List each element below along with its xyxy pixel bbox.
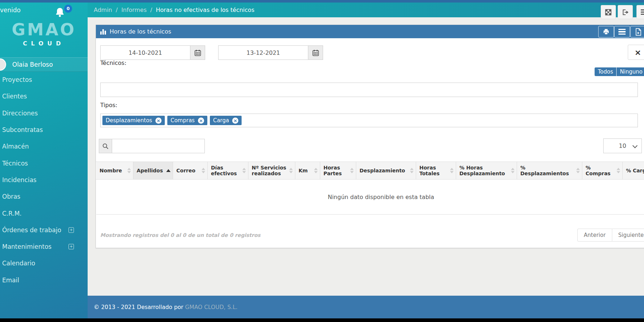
tipos-multiselect[interactable]: Desplazamientos × Compras × Carga × — [100, 114, 638, 127]
column-horas-partes[interactable]: Horas Partes — [320, 162, 356, 180]
sort-icon — [242, 168, 246, 173]
sidebar-item-proyectos[interactable]: Proyectos — [0, 71, 88, 88]
column-nombre[interactable]: Nombre — [96, 162, 133, 180]
remove-tag-icon[interactable]: × — [198, 118, 204, 124]
column-horas-totales[interactable]: Horas Totales — [416, 162, 456, 180]
panel-header: Horas de los técnicos x — [96, 25, 644, 38]
search-input[interactable] — [112, 139, 205, 153]
sidebar-item-label: Almacén — [2, 143, 29, 150]
expand-plus-icon[interactable]: + — [69, 244, 74, 250]
date-to-input[interactable] — [218, 45, 308, 60]
sidebar-item-label: Obras — [2, 193, 20, 200]
sidebar-item-label: Clientes — [2, 93, 27, 100]
column-list-button[interactable] — [614, 26, 630, 38]
sort-icon — [314, 168, 318, 173]
user-name: Olaia Berloso — [12, 61, 53, 68]
top-accent-strip — [0, 0, 644, 3]
sort-icon — [617, 168, 620, 173]
sidebar-item-tecnicos[interactable]: Técnicos — [0, 155, 88, 171]
column-pct-compras[interactable]: % Compras — [582, 162, 623, 180]
print-button[interactable] — [598, 26, 614, 38]
breadcrumb-separator: / — [116, 6, 118, 13]
logout-button[interactable] — [618, 5, 633, 19]
tag-label: Carga — [213, 117, 229, 124]
date-from-calendar-button[interactable] — [190, 45, 205, 60]
date-to-calendar-button[interactable] — [308, 45, 323, 60]
column-dias-efectivos[interactable]: Días efectivos — [208, 162, 248, 180]
calendar-icon — [194, 49, 201, 56]
select-all-button[interactable]: Todos — [595, 67, 616, 76]
sort-icon — [410, 168, 414, 173]
sort-icon — [127, 168, 131, 173]
sidebar-item-label: Mantenimientos — [2, 243, 52, 250]
export-excel-button[interactable]: x — [630, 26, 644, 38]
sidebar-item-label: C.R.M. — [2, 210, 22, 217]
column-pct-carga[interactable]: % Carga — [623, 162, 644, 180]
fullscreen-button[interactable] — [601, 5, 616, 19]
sidebar-item-crm[interactable]: C.R.M. — [0, 205, 88, 221]
calendar-icon — [312, 49, 319, 56]
tag-carga: Carga × — [210, 116, 242, 125]
sidebar-item-ordenes-de-trabajo[interactable]: Órdenes de trabajo+ — [0, 222, 88, 238]
sidebar-item-clientes[interactable]: Clientes — [0, 88, 88, 105]
copyright-text: © 2013 - 2021 Desarrollado por GMAO CLOU… — [94, 304, 238, 310]
sidebar-item-label: Calendario — [2, 260, 35, 267]
sidebar-item-mantenimientos[interactable]: Mantenimientos+ — [0, 238, 88, 255]
sort-icon — [450, 168, 454, 173]
date-from-group — [100, 45, 205, 60]
logo-subtext: CLOUD — [0, 40, 88, 47]
sidebar-item-label: Técnicos — [2, 160, 28, 167]
breadcrumb-informes[interactable]: Informes — [121, 6, 146, 13]
menu-button[interactable] — [636, 5, 644, 19]
column-apellidos[interactable]: Apellidos — [133, 162, 173, 180]
clear-filters-button[interactable]: × — [628, 45, 644, 60]
sidebar-item-label: Direcciones — [2, 110, 38, 117]
sidebar-item-label: Proyectos — [2, 76, 32, 83]
sidebar-item-incidencias[interactable]: Incidencias — [0, 172, 88, 188]
gmao-cloud-link[interactable]: GMAO CLOUD, S.L. — [185, 304, 237, 310]
table-search-group — [99, 139, 205, 153]
sidebar-item-label: Órdenes de trabajo — [2, 226, 61, 234]
panel-title: Horas de los técnicos — [110, 28, 171, 35]
sign-out-icon — [622, 9, 629, 16]
sidebar-item-subcontratas[interactable]: Subcontratas — [0, 122, 88, 138]
expand-plus-icon[interactable]: + — [69, 227, 74, 233]
sidebar-item-calendario[interactable]: Calendario — [0, 255, 88, 272]
search-icon — [102, 143, 109, 150]
sort-icon — [350, 168, 354, 173]
breadcrumb-admin[interactable]: Admin — [94, 6, 112, 13]
breadcrumb-separator: / — [150, 6, 152, 13]
tecnicos-label: Técnicos: — [100, 59, 127, 66]
column-pct-desplazamientos[interactable]: % Desplazamientos — [517, 162, 582, 180]
sidebar-item-direcciones[interactable]: Direcciones — [0, 105, 88, 122]
column-servicios-realizados[interactable]: Nº Servicios realizados — [248, 162, 295, 180]
bottom-black-bar — [0, 318, 644, 322]
previous-page-button[interactable]: Anterior — [577, 229, 612, 242]
sidebar-item-almacen[interactable]: Almacén — [0, 138, 88, 155]
select-none-button[interactable]: Ninguno — [617, 67, 644, 76]
column-km[interactable]: Km — [295, 162, 320, 180]
page-size-select[interactable]: 10 — [603, 138, 642, 153]
copyright-label: © 2013 - 2021 Desarrollado por — [94, 304, 183, 310]
remove-tag-icon[interactable]: × — [155, 118, 162, 124]
list-icon — [618, 28, 626, 36]
sidebar-item-label: Email — [2, 277, 19, 284]
next-page-button[interactable]: Siguiente — [612, 229, 644, 242]
sort-asc-icon — [166, 169, 171, 172]
sidebar-item-email[interactable]: Email — [0, 272, 88, 288]
column-desplazamiento[interactable]: Desplazamiento — [356, 162, 416, 180]
sidebar: venido 0 GMAO CLOUD Olaia Berloso Proyec… — [0, 3, 88, 318]
current-user[interactable]: Olaia Berloso — [0, 57, 88, 72]
page-size-value: 10 — [619, 142, 626, 149]
date-from-input[interactable] — [100, 45, 190, 60]
close-icon: × — [635, 48, 641, 57]
column-correo[interactable]: Correo — [173, 162, 208, 180]
pagination: Anterior Siguiente — [577, 229, 644, 242]
top-header: Admin / Informes / Horas no efectivas de… — [88, 3, 644, 17]
remove-tag-icon[interactable]: × — [232, 118, 238, 124]
tecnicos-select-buttons: Todos Ninguno — [595, 67, 644, 76]
tecnicos-multiselect[interactable] — [100, 83, 638, 97]
column-pct-horas-desplazamiento[interactable]: % Horas Desplazamiento — [456, 162, 517, 180]
sidebar-item-obras[interactable]: Obras — [0, 188, 88, 205]
empty-message: Ningún dato disponible en esta tabla — [96, 180, 644, 215]
